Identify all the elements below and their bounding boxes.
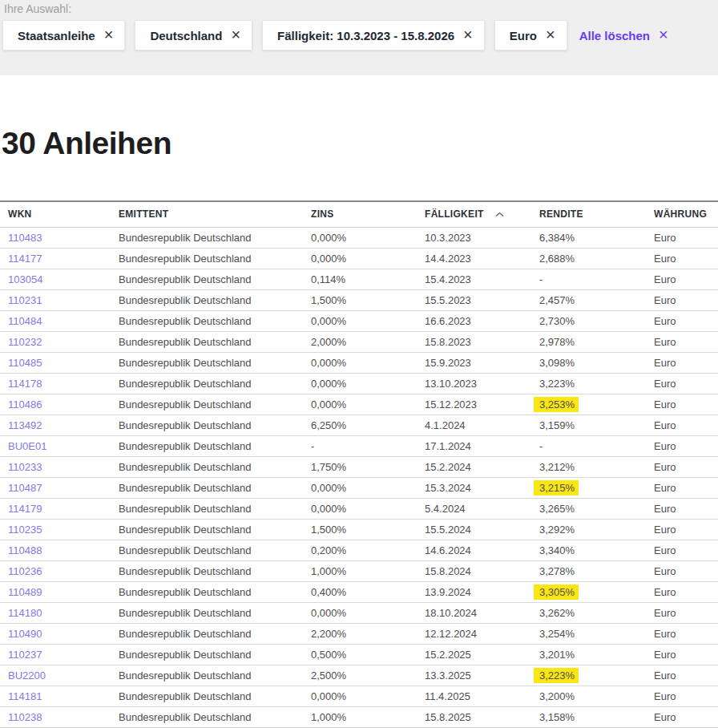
cell-zins: 0,200%: [311, 544, 425, 556]
wkn-link[interactable]: 110483: [8, 232, 119, 244]
table-row: 110232Bundesrepublik Deutschland2,000%15…: [0, 332, 718, 353]
wkn-link[interactable]: 110489: [8, 586, 119, 598]
cell-waehrung: Euro: [654, 419, 718, 431]
wkn-link[interactable]: 103054: [8, 273, 119, 285]
cell-rendite: 3,254%: [539, 628, 654, 640]
cell-faelligkeit: 14.6.2024: [425, 544, 539, 556]
close-icon: ×: [659, 26, 668, 42]
cell-emittent: Bundesrepublik Deutschland: [119, 398, 311, 411]
close-icon: ×: [463, 26, 473, 42]
wkn-link[interactable]: 114178: [8, 378, 119, 390]
cell-rendite: 3,158%: [539, 711, 654, 723]
column-header-rendite[interactable]: RENDITE: [539, 208, 654, 220]
cell-zins: 2,200%: [311, 628, 425, 640]
cell-faelligkeit: 15.8.2024: [425, 565, 539, 577]
cell-emittent: Bundesrepublik Deutschland: [119, 544, 311, 556]
wkn-link[interactable]: 110237: [8, 649, 119, 661]
wkn-link[interactable]: 114177: [8, 253, 119, 265]
filter-chip-staatsanleihe[interactable]: Staatsanleihe ×: [2, 20, 125, 51]
column-header-label: ZINS: [311, 208, 334, 220]
cell-emittent: Bundesrepublik Deutschland: [119, 649, 311, 661]
column-header-waehrung[interactable]: WÄHRUNG: [654, 208, 718, 220]
highlighted-rendite-value: 3,253%: [534, 397, 579, 412]
table-row: 110233Bundesrepublik Deutschland1,750%15…: [0, 457, 718, 478]
cell-emittent: Bundesrepublik Deutschland: [119, 711, 311, 723]
cell-rendite: 3,253%: [539, 398, 654, 411]
cell-waehrung: Euro: [654, 669, 718, 681]
table-row: 114178Bundesrepublik Deutschland0,000%13…: [0, 374, 718, 394]
cell-faelligkeit: 15.2.2024: [425, 461, 539, 473]
cell-emittent: Bundesrepublik Deutschland: [119, 315, 311, 327]
cell-zins: -: [311, 440, 425, 452]
wkn-link[interactable]: 110232: [8, 336, 119, 348]
cell-waehrung: Euro: [654, 253, 718, 265]
wkn-link[interactable]: 110231: [8, 294, 119, 306]
cell-faelligkeit: 16.6.2023: [425, 315, 539, 327]
cell-faelligkeit: 13.3.2025: [425, 669, 539, 681]
cell-zins: 1,000%: [311, 711, 425, 723]
column-header-zins[interactable]: ZINS: [311, 208, 425, 220]
cell-zins: 0,000%: [311, 253, 425, 265]
cell-waehrung: Euro: [654, 378, 718, 390]
cell-emittent: Bundesrepublik Deutschland: [119, 524, 311, 536]
wkn-link[interactable]: 114179: [8, 503, 119, 515]
wkn-link[interactable]: 110486: [8, 398, 119, 411]
wkn-link[interactable]: 110233: [8, 461, 119, 473]
wkn-link[interactable]: BU0E01: [8, 440, 119, 452]
cell-faelligkeit: 15.5.2024: [425, 524, 539, 536]
cell-zins: 0,000%: [311, 398, 425, 411]
table-row: 110238Bundesrepublik Deutschland1,000%15…: [0, 707, 718, 728]
cell-faelligkeit: 5.4.2024: [425, 503, 539, 515]
cell-rendite: 2,457%: [539, 294, 654, 306]
wkn-link[interactable]: 110490: [8, 628, 119, 640]
wkn-link[interactable]: 114180: [8, 607, 119, 619]
column-header-wkn[interactable]: WKN: [8, 208, 119, 220]
cell-rendite: 3,223%: [539, 378, 654, 390]
cell-zins: 2,000%: [311, 336, 425, 348]
cell-rendite: 3,212%: [539, 461, 654, 473]
wkn-link[interactable]: 110236: [8, 565, 119, 577]
cell-rendite: 3,215%: [539, 482, 654, 494]
wkn-link[interactable]: 110484: [8, 315, 119, 327]
wkn-link[interactable]: 110487: [8, 482, 119, 494]
cell-rendite: 2,688%: [539, 253, 654, 265]
cell-zins: 0,000%: [311, 482, 425, 494]
filter-chip-euro[interactable]: Euro ×: [494, 20, 567, 51]
cell-zins: 2,500%: [311, 669, 425, 681]
cell-rendite: 3,292%: [539, 524, 654, 536]
cell-emittent: Bundesrepublik Deutschland: [119, 419, 311, 431]
filter-chip-faelligkeit[interactable]: Fälligkeit: 10.3.2023 - 15.8.2026 ×: [262, 20, 485, 51]
table-row: 113492Bundesrepublik Deutschland6,250%4.…: [0, 415, 718, 436]
wkn-link[interactable]: 110485: [8, 357, 119, 369]
cell-faelligkeit: 17.1.2024: [425, 440, 539, 452]
cell-waehrung: Euro: [654, 294, 718, 306]
wkn-link[interactable]: BU2200: [8, 669, 119, 681]
wkn-link[interactable]: 110238: [8, 711, 119, 723]
clear-all-filters[interactable]: Alle löschen ×: [579, 27, 668, 43]
cell-emittent: Bundesrepublik Deutschland: [119, 294, 311, 306]
highlighted-rendite-value: 3,215%: [534, 480, 579, 495]
wkn-link[interactable]: 114181: [8, 690, 119, 702]
table-row: 110489Bundesrepublik Deutschland0,400%13…: [0, 582, 718, 603]
cell-waehrung: Euro: [654, 461, 718, 473]
cell-emittent: Bundesrepublik Deutschland: [119, 461, 311, 473]
cell-faelligkeit: 15.5.2023: [425, 294, 539, 306]
sort-ascending-icon: [495, 212, 504, 217]
wkn-link[interactable]: 113492: [8, 419, 119, 431]
wkn-link[interactable]: 110235: [8, 524, 119, 536]
wkn-link[interactable]: 110488: [8, 544, 119, 556]
table-row: 114177Bundesrepublik Deutschland0,000%14…: [0, 249, 718, 269]
cell-emittent: Bundesrepublik Deutschland: [119, 669, 311, 681]
cell-zins: 0,000%: [311, 232, 425, 244]
cell-rendite: 2,978%: [539, 336, 654, 348]
column-header-faelligkeit[interactable]: FÄLLIGKEIT: [425, 208, 539, 220]
table-row: 110235Bundesrepublik Deutschland1,500%15…: [0, 520, 718, 540]
cell-zins: 1,500%: [311, 524, 425, 536]
cell-zins: 1,750%: [311, 461, 425, 473]
table-row: 114181Bundesrepublik Deutschland0,000%11…: [0, 686, 718, 707]
column-header-emittent[interactable]: EMITTENT: [119, 208, 311, 220]
cell-faelligkeit: 15.3.2024: [425, 482, 539, 494]
filter-chip-deutschland[interactable]: Deutschland ×: [135, 20, 252, 51]
cell-zins: 0,114%: [311, 273, 425, 285]
cell-waehrung: Euro: [654, 273, 718, 285]
